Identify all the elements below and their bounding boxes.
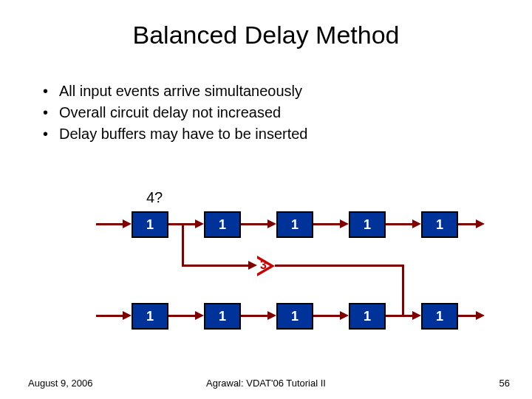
- wire: [182, 223, 184, 266]
- delay-box: 1: [204, 303, 241, 330]
- wire: [241, 315, 269, 317]
- arrow-icon: [123, 311, 132, 320]
- arrow-icon: [195, 311, 204, 320]
- delay-box: 1: [421, 303, 458, 330]
- bullet-item: Overall circuit delay not increased: [43, 102, 532, 123]
- arrow-icon: [476, 311, 485, 320]
- arrow-icon: [195, 219, 204, 228]
- arrow-icon: [340, 219, 349, 228]
- wire: [182, 265, 250, 267]
- bullet-list: All input events arrive simultaneously O…: [43, 81, 532, 145]
- delay-box: 1: [349, 303, 386, 330]
- delay-box: 1: [276, 303, 313, 330]
- arrow-icon: [412, 311, 421, 320]
- wire: [241, 223, 269, 225]
- delay-box: 1: [204, 211, 241, 238]
- arrow-icon: [267, 219, 276, 228]
- wire: [313, 315, 341, 317]
- arrow-icon: [340, 311, 349, 320]
- arrow-icon: [248, 261, 257, 270]
- footer-page: 56: [499, 378, 510, 389]
- bullet-item: Delay buffers may have to be inserted: [43, 123, 532, 145]
- wire: [168, 315, 197, 317]
- arrow-icon: [123, 219, 132, 228]
- wire: [96, 223, 124, 225]
- wire: [458, 315, 477, 317]
- wire: [275, 265, 404, 267]
- buffer-label: 3: [260, 259, 267, 272]
- arrow-icon: [476, 219, 485, 228]
- delay-box: 1: [421, 211, 458, 238]
- delay-box: 1: [132, 303, 168, 330]
- delay-box: 1: [132, 211, 168, 238]
- wire: [386, 223, 414, 225]
- arrow-icon: [412, 219, 421, 228]
- question-label: 4?: [146, 189, 163, 206]
- wire: [458, 223, 477, 225]
- delay-box: 1: [349, 211, 386, 238]
- delay-box: 1: [276, 211, 313, 238]
- bullet-item: All input events arrive simultaneously: [43, 81, 532, 102]
- wire: [96, 315, 124, 317]
- wire: [313, 223, 341, 225]
- wire: [402, 265, 404, 316]
- circuit-diagram: 4? 1 1 1 1 1 3 1 1 1 1 1: [0, 189, 532, 359]
- wire: [386, 315, 414, 317]
- page-title: Balanced Delay Method: [0, 21, 532, 50]
- arrow-icon: [267, 311, 276, 320]
- footer-center: Agrawal: VDAT'06 Tutorial II: [0, 378, 532, 389]
